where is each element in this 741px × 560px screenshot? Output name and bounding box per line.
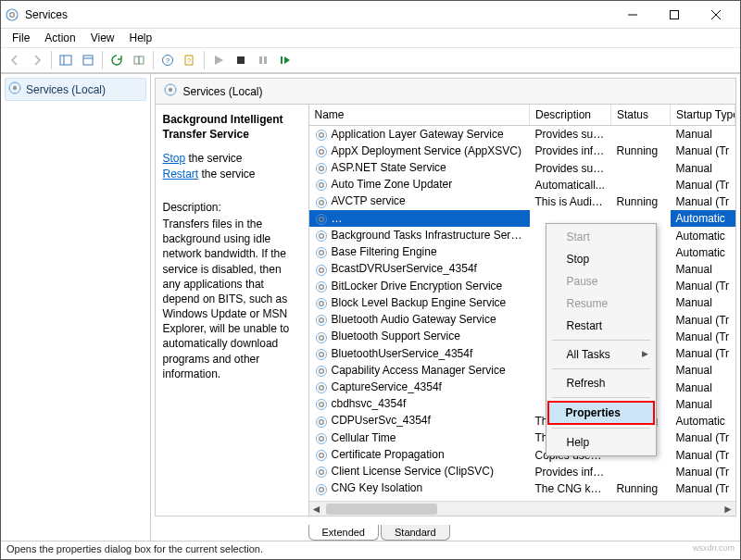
service-row[interactable]: BitLocker Drive Encryption ServiceManual… <box>309 278 735 294</box>
ctx-restart[interactable]: Restart <box>548 315 654 337</box>
restart-link[interactable]: Restart <box>163 168 199 180</box>
service-row[interactable]: CNG Key IsolationThe CNG ke...RunningMan… <box>309 480 735 497</box>
restart-service-button[interactable] <box>275 50 295 70</box>
svg-point-39 <box>316 417 326 427</box>
gear-icon <box>315 179 328 193</box>
service-status: Running <box>611 193 671 210</box>
service-row[interactable]: Cellular TimeThis service ...Manual (Tr <box>309 429 735 446</box>
service-startup: Manual <box>671 396 735 413</box>
gear-icon <box>315 229 328 243</box>
service-row[interactable]: Background Intelligent Transfer ServiceA… <box>309 210 735 227</box>
gear-icon <box>315 330 328 344</box>
service-name: CNG Key Isolation <box>332 481 423 494</box>
nav-back-button[interactable] <box>5 50 25 70</box>
col-status[interactable]: Status <box>611 105 671 126</box>
svg-point-33 <box>316 316 326 326</box>
service-row[interactable]: CDPUserSvc_4354fThis user ser...RunningA… <box>309 413 735 429</box>
help-topics-button[interactable]: ? <box>180 50 200 70</box>
stop-service-button[interactable] <box>231 50 251 70</box>
context-menu: StartStopPauseResumeRestartAll Tasks▶Ref… <box>546 223 657 456</box>
nav-forward-button[interactable] <box>27 50 47 70</box>
svg-point-43 <box>316 484 326 494</box>
start-service-button[interactable] <box>208 50 229 70</box>
service-status <box>611 159 671 176</box>
maximize-button[interactable] <box>653 1 695 28</box>
service-row[interactable]: Bluetooth Support ServiceManual (Tr <box>309 329 735 345</box>
service-row[interactable]: Client License Service (ClipSVC)Provides… <box>309 464 735 480</box>
service-description: Provides sup... <box>530 159 611 176</box>
ctx-all-tasks[interactable]: All Tasks▶ <box>548 343 654 366</box>
close-button[interactable] <box>695 1 736 28</box>
tab-extended[interactable]: Extended <box>308 525 379 541</box>
menu-action[interactable]: Action <box>37 30 82 46</box>
properties-button[interactable] <box>78 50 98 70</box>
body: Services (Local) Services (Local) Backgr… <box>1 73 740 541</box>
pause-service-button[interactable] <box>253 50 273 70</box>
content-area: Services (Local) Background Intelligent … <box>151 74 741 541</box>
service-row[interactable]: cbdhsvc_4354fManual <box>309 396 735 413</box>
export-button[interactable] <box>129 50 149 70</box>
svg-point-35 <box>316 349 326 359</box>
service-name: cbdhsvc_4354f <box>332 397 407 410</box>
titlebar: Services <box>1 1 740 29</box>
service-row[interactable]: Background Tasks Infrastructure ServiceA… <box>309 227 735 243</box>
service-row[interactable]: Capability Access Manager ServiceManual <box>309 362 735 379</box>
scroll-right-icon[interactable]: ► <box>721 502 735 516</box>
gear-icon <box>315 212 328 226</box>
service-startup: Manual (Tr <box>671 278 735 294</box>
ctx-stop[interactable]: Stop <box>548 248 654 270</box>
svg-point-31 <box>316 281 326 292</box>
menu-file[interactable]: File <box>5 30 37 46</box>
services-list[interactable]: Name Description Status Startup Type App… <box>309 105 736 516</box>
pane-header-text: Services (Local) <box>183 85 263 98</box>
service-status <box>611 464 671 480</box>
gear-icon <box>315 128 328 142</box>
scroll-thumb[interactable] <box>326 504 437 515</box>
horizontal-scrollbar[interactable]: ◄ ► <box>309 501 736 516</box>
scroll-left-icon[interactable]: ◄ <box>309 502 324 516</box>
svg-point-19 <box>13 86 17 90</box>
tab-standard[interactable]: Standard <box>381 525 450 541</box>
service-name: Base Filtering Engine <box>332 245 437 258</box>
col-name[interactable]: Name <box>309 105 530 126</box>
service-name: AVCTP service <box>332 194 406 207</box>
watermark: wsxdn.com <box>693 543 735 553</box>
gear-icon <box>315 313 328 327</box>
service-row[interactable]: Base Filtering EngineAutomatic <box>309 244 735 261</box>
service-name: AppX Deployment Service (AppXSVC) <box>332 144 521 157</box>
service-row[interactable]: Auto Time Zone UpdaterAutomaticall...Man… <box>309 177 735 193</box>
service-row[interactable]: CaptureService_4354fManual <box>309 380 735 396</box>
gear-icon <box>315 144 328 158</box>
col-startup[interactable]: Startup Type <box>671 105 735 126</box>
ctx-help[interactable]: Help <box>548 431 654 454</box>
show-hide-tree-button[interactable] <box>56 50 76 70</box>
service-startup: Manual <box>671 261 735 278</box>
toolbar: ? ? <box>1 47 740 73</box>
help-button[interactable]: ? <box>157 50 178 70</box>
ctx-refresh[interactable]: Refresh <box>548 372 654 394</box>
ctx-properties[interactable]: Properties <box>547 401 655 425</box>
toolbar-separator <box>204 51 205 69</box>
service-row[interactable]: Application Layer Gateway ServiceProvide… <box>309 126 735 143</box>
menu-help[interactable]: Help <box>122 30 160 46</box>
service-row[interactable]: AppX Deployment Service (AppXSVC)Provide… <box>309 143 735 159</box>
service-row[interactable]: BcastDVRUserService_4354fManual <box>309 261 735 278</box>
stop-link[interactable]: Stop <box>163 152 186 165</box>
col-description[interactable]: Description <box>530 105 611 126</box>
service-row[interactable]: Bluetooth Audio Gateway ServiceManual (T… <box>309 312 735 329</box>
refresh-button[interactable] <box>107 50 127 70</box>
svg-rect-16 <box>264 56 267 64</box>
gear-icon <box>315 448 328 462</box>
service-row[interactable]: Block Level Backup Engine ServiceManual <box>309 294 735 311</box>
service-name: CDPUserSvc_4354f <box>332 414 431 427</box>
service-row[interactable]: AVCTP serviceThis is Audio...RunningManu… <box>309 193 735 210</box>
minimize-button[interactable] <box>611 1 653 28</box>
services-icon <box>7 81 22 98</box>
service-row[interactable]: BluetoothUserService_4354fManual (Tr <box>309 345 735 362</box>
svg-point-37 <box>316 383 326 393</box>
menu-view[interactable]: View <box>83 30 122 46</box>
tree-root-item[interactable]: Services (Local) <box>5 78 146 101</box>
service-row[interactable]: Certificate PropagationCopies user ...Ma… <box>309 446 735 463</box>
service-row[interactable]: ASP.NET State ServiceProvides sup...Manu… <box>309 159 735 176</box>
description-text: Transfers files in the background using … <box>163 217 299 381</box>
